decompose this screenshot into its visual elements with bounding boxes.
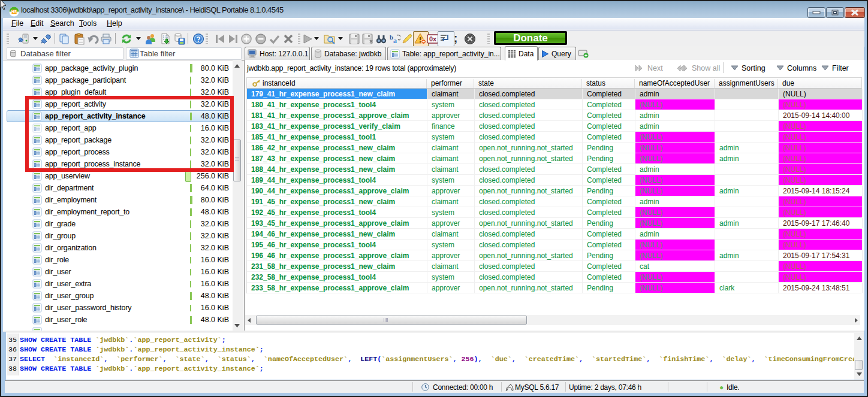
svg-text:a: a <box>393 37 397 45</box>
svg-text:HS: HS <box>11 10 17 14</box>
svg-text:?: ? <box>196 35 200 44</box>
svg-text:0x: 0x <box>429 35 437 43</box>
